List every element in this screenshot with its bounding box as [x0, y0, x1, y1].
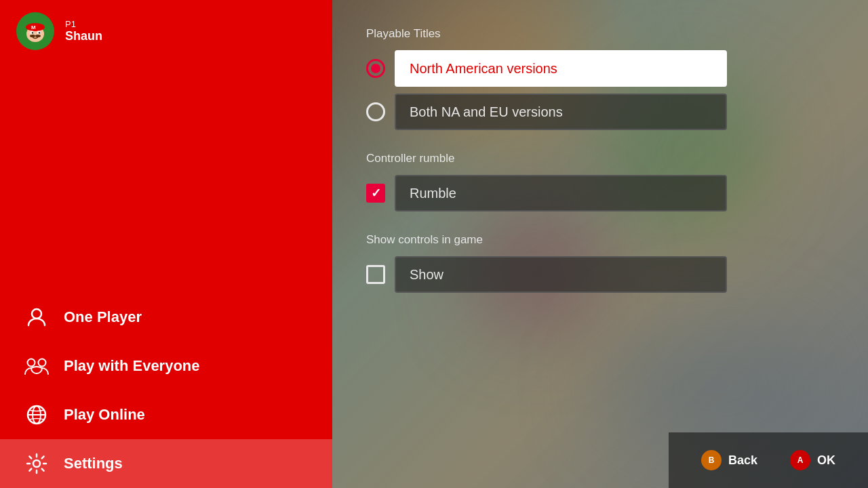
svg-point-12 [28, 359, 35, 367]
show-controls-options: Show [366, 256, 834, 293]
playable-titles-options: North American versions Both NA and EU v… [366, 50, 834, 130]
one-player-label: One Player [64, 308, 142, 326]
svg-point-11 [32, 309, 41, 319]
svg-point-7 [39, 32, 40, 33]
show-controls-section: Show controls in game Show [366, 233, 834, 314]
play-online-label: Play Online [64, 406, 145, 424]
settings-panel: Playable Titles North American versions … [332, 0, 868, 488]
one-player-icon [24, 305, 49, 329]
option-box-na[interactable]: North American versions [395, 50, 727, 87]
play-with-everyone-label: Play with Everyone [64, 357, 200, 375]
main-content: Playable Titles North American versions … [332, 0, 868, 488]
settings-icon [24, 451, 49, 476]
user-info: P1 Shaun [65, 19, 102, 43]
svg-point-13 [39, 359, 46, 367]
play-online-icon [24, 403, 49, 427]
option-row-rumble[interactable]: Rumble [366, 175, 834, 211]
svg-point-8 [30, 35, 35, 37]
ok-button[interactable]: A OK [774, 443, 852, 477]
avatar: M [16, 12, 54, 50]
a-button-icon: A [790, 450, 810, 470]
sidebar: M P1 Shaun One Player [0, 0, 332, 488]
option-box-rumble[interactable]: Rumble [395, 175, 727, 211]
playable-titles-section: Playable Titles North American versions … [366, 27, 834, 152]
option-row-na[interactable]: North American versions [366, 50, 834, 87]
user-profile: M P1 Shaun [0, 0, 332, 62]
playable-titles-label: Playable Titles [366, 27, 834, 41]
option-row-na-eu[interactable]: Both NA and EU versions [366, 94, 834, 130]
svg-text:M: M [31, 24, 36, 30]
svg-point-6 [32, 32, 33, 33]
radio-na-eu[interactable] [366, 102, 385, 121]
b-button-icon: B [701, 450, 722, 470]
option-box-show[interactable]: Show [395, 256, 727, 293]
bottom-bar: B Back A OK [669, 432, 868, 488]
back-button[interactable]: B Back [685, 443, 774, 477]
sidebar-item-settings[interactable]: Settings [0, 439, 332, 488]
sidebar-item-one-player[interactable]: One Player [0, 293, 332, 342]
checkbox-rumble[interactable] [366, 184, 385, 203]
option-row-show[interactable]: Show [366, 256, 834, 293]
play-with-everyone-icon [24, 354, 49, 378]
show-controls-label: Show controls in game [366, 233, 834, 247]
option-box-na-eu[interactable]: Both NA and EU versions [395, 94, 727, 130]
settings-label: Settings [64, 455, 123, 472]
back-label: Back [728, 453, 757, 468]
svg-point-9 [35, 35, 41, 37]
radio-na[interactable] [366, 59, 385, 78]
sidebar-item-play-online[interactable]: Play Online [0, 390, 332, 439]
ok-label: OK [817, 453, 835, 468]
controller-rumble-section: Controller rumble Rumble [366, 152, 834, 233]
player-label: P1 [65, 19, 102, 29]
user-name: Shaun [65, 29, 102, 43]
controller-rumble-label: Controller rumble [366, 152, 834, 165]
svg-point-17 [33, 460, 40, 467]
sidebar-item-play-with-everyone[interactable]: Play with Everyone [0, 342, 332, 390]
controller-rumble-options: Rumble [366, 175, 834, 211]
checkbox-show[interactable] [366, 265, 385, 284]
nav-items: One Player Play with Everyone [0, 293, 332, 488]
